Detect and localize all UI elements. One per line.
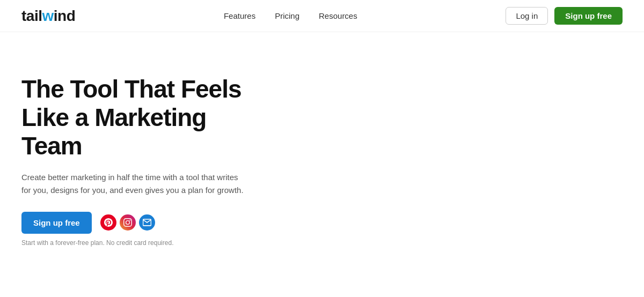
hero-cta-row: Sign up free bbox=[21, 212, 258, 234]
navbar: tailwind Features Pricing Resources Log … bbox=[0, 0, 644, 32]
hero-section: The Tool That Feels Like a Marketing Tea… bbox=[0, 32, 279, 268]
instagram-svg bbox=[123, 218, 132, 227]
nav-pricing[interactable]: Pricing bbox=[275, 11, 299, 20]
instagram-icon[interactable] bbox=[120, 214, 136, 231]
hero-subtitle: Create better marketing in half the time… bbox=[21, 171, 247, 197]
login-button[interactable]: Log in bbox=[506, 7, 548, 25]
hero-footnote: Start with a forever-free plan. No credi… bbox=[21, 239, 258, 247]
nav-links: Features Pricing Resources bbox=[224, 11, 357, 20]
pinterest-svg bbox=[104, 218, 113, 227]
social-icons bbox=[100, 214, 155, 231]
nav-actions: Log in Sign up free bbox=[506, 7, 623, 25]
pinterest-icon[interactable] bbox=[100, 214, 116, 231]
logo[interactable]: tailwind bbox=[21, 8, 75, 25]
logo-text-w: w bbox=[42, 8, 53, 25]
email-svg bbox=[143, 219, 151, 226]
nav-resources[interactable]: Resources bbox=[319, 11, 357, 20]
signup-hero-button[interactable]: Sign up free bbox=[21, 212, 92, 234]
logo-text-ind: ind bbox=[54, 8, 76, 25]
nav-features[interactable]: Features bbox=[224, 11, 255, 20]
signup-nav-button[interactable]: Sign up free bbox=[554, 7, 623, 25]
logo-text-tail: tail bbox=[21, 8, 42, 25]
hero-title: The Tool That Feels Like a Marketing Tea… bbox=[21, 75, 258, 160]
email-icon[interactable] bbox=[139, 214, 155, 231]
